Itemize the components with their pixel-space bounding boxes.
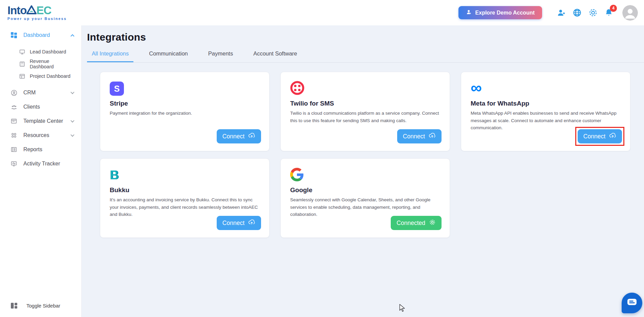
bukku-logo-icon: B (110, 168, 119, 182)
card-title: Meta for WhatsApp (471, 100, 621, 107)
integration-card-bukku: B Bukku It's an accounting and invoicing… (100, 158, 270, 238)
sidebar-item-lead-dashboard[interactable]: Lead Dashboard (0, 46, 81, 58)
integration-card-meta: ∞ Meta for WhatsApp Meta WhatsApp API en… (461, 72, 630, 151)
sidebar-label-clients: Clients (23, 104, 74, 110)
app-logo: Into EC Power up your Business (7, 5, 67, 21)
logo-text-into: Into (7, 5, 26, 16)
sidebar-item-dashboard[interactable]: Dashboard (0, 28, 81, 42)
gear-icon[interactable] (588, 8, 598, 18)
integration-card-twilio: Twilio for SMS Twilio is a cloud communi… (280, 72, 450, 151)
sidebar-label-crm: CRM (23, 90, 71, 96)
sidebar-item-activity-tracker[interactable]: Activity Tracker (0, 157, 81, 171)
sidebar-label-activity-tracker: Activity Tracker (23, 161, 74, 167)
sidebar-item-revenue-dashboard[interactable]: Revenue Dashboard (0, 58, 81, 70)
lead-dashboard-icon (19, 49, 25, 55)
page-title: Integrations (87, 31, 644, 43)
connect-button-meta[interactable]: Connect (578, 129, 622, 143)
twilio-logo-icon (290, 81, 304, 96)
integration-card-google: Google Seamlessly connect with Google Ca… (280, 158, 450, 238)
toggle-sidebar-button[interactable]: Toggle Sidebar (0, 299, 81, 312)
sidebar-item-crm[interactable]: CRM (0, 86, 81, 100)
user-avatar[interactable] (622, 5, 638, 21)
connected-button-google[interactable]: Connected (391, 216, 442, 230)
red-highlight-outline: Connect (575, 127, 624, 146)
template-center-icon (10, 118, 18, 124)
globe-icon[interactable] (572, 8, 582, 18)
stripe-logo-icon: S (110, 82, 124, 96)
card-title: Twilio for SMS (290, 100, 440, 107)
integrations-grid: S Stripe Payment integration for the org… (100, 72, 631, 238)
top-header: Into EC Power up your Business Explore D… (0, 0, 644, 25)
sidebar-label-reports: Reports (23, 146, 74, 153)
explore-demo-account-label: Explore Demo Account (475, 10, 535, 16)
chevron-down-icon (70, 119, 74, 122)
tab-payments[interactable]: Payments (203, 50, 238, 62)
explore-demo-account-button[interactable]: Explore Demo Account (458, 6, 542, 19)
notifications-bell-icon[interactable]: 4 (604, 8, 614, 18)
sidebar-item-reports[interactable]: Reports (0, 142, 81, 157)
clients-icon (10, 104, 18, 110)
sidebar-item-clients[interactable]: Clients (0, 100, 81, 114)
meta-logo-icon: ∞ (471, 81, 482, 94)
card-title: Bukku (110, 186, 260, 194)
main-content: Integrations All Integrations Communicat… (82, 25, 644, 317)
cloud-upload-icon (248, 219, 255, 227)
card-title: Stripe (110, 100, 260, 107)
sidebar-label-template-center: Template Center (23, 118, 71, 124)
sidebar-label-revenue-dashboard: Revenue Dashboard (30, 59, 74, 69)
toggle-sidebar-label: Toggle Sidebar (26, 303, 60, 309)
google-logo-icon (290, 168, 304, 183)
card-description: Seamlessly connect with Google Calendar,… (290, 196, 440, 218)
chevron-down-icon (70, 133, 74, 137)
settings-gear-icon (429, 219, 436, 227)
add-user-icon[interactable] (556, 8, 566, 18)
chevron-down-icon (70, 90, 74, 94)
project-dashboard-icon (19, 73, 25, 79)
cloud-upload-icon (429, 133, 436, 140)
chat-message-icon (627, 298, 637, 308)
card-description: It's an accounting and invoicing service… (110, 196, 260, 218)
logo-tagline: Power up your Business (7, 17, 67, 21)
sidebar-item-project-dashboard[interactable]: Project Dashboard (0, 70, 81, 82)
tab-account-software[interactable]: Account Software (249, 50, 302, 62)
sidebar-label-lead-dashboard: Lead Dashboard (30, 49, 66, 54)
sidebar-label-resources: Resources (23, 132, 71, 138)
activity-tracker-icon (10, 161, 18, 167)
connected-button-label: Connected (396, 220, 425, 227)
connect-button-bukku[interactable]: Connect (217, 216, 261, 230)
connect-button-stripe[interactable]: Connect (217, 129, 261, 143)
cloud-upload-icon (248, 133, 255, 140)
sidebar: Dashboard Lead Dashboard Revenue Dashboa… (0, 25, 82, 317)
chevron-up-icon (70, 34, 74, 38)
resources-icon (10, 132, 18, 138)
connect-button-label: Connect (403, 133, 425, 140)
tab-all-integrations[interactable]: All Integrations (87, 50, 133, 62)
person-icon (466, 9, 472, 17)
sidebar-item-template-center[interactable]: Template Center (0, 114, 81, 128)
connect-button-twilio[interactable]: Connect (397, 129, 442, 143)
crm-icon (10, 90, 18, 96)
tab-bar: All Integrations Communication Payments … (87, 50, 644, 63)
sidebar-label-project-dashboard: Project Dashboard (30, 73, 70, 79)
logo-triangle-icon (26, 5, 37, 16)
tab-communication[interactable]: Communication (144, 50, 193, 62)
logo-text-ec: EC (36, 5, 51, 16)
integration-card-stripe: S Stripe Payment integration for the org… (100, 72, 270, 151)
connect-button-label: Connect (222, 220, 244, 227)
chat-widget-button[interactable] (622, 293, 642, 313)
revenue-dashboard-icon (19, 61, 25, 67)
card-description: Twilio is a cloud communications platfor… (290, 110, 440, 124)
reports-icon (10, 146, 18, 153)
sidebar-label-dashboard: Dashboard (23, 32, 71, 38)
cloud-upload-icon (609, 133, 616, 140)
dashboard-grid-icon (10, 32, 18, 39)
card-description: Payment integration for the organization… (110, 110, 260, 117)
card-title: Google (290, 186, 440, 194)
connect-button-label: Connect (222, 133, 244, 140)
sidebar-item-resources[interactable]: Resources (0, 128, 81, 142)
notification-badge: 4 (610, 5, 617, 12)
toggle-sidebar-icon (10, 302, 18, 309)
connect-button-label: Connect (583, 133, 605, 140)
